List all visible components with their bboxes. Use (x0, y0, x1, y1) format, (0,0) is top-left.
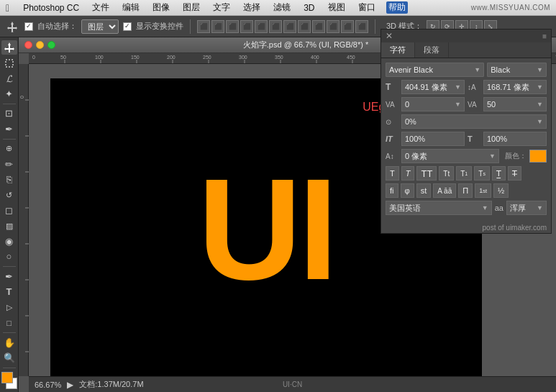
font-size-field[interactable]: 404.91 像素 ▼ (401, 80, 465, 94)
auto-select-checkbox[interactable] (24, 22, 33, 31)
language-select[interactable]: 美国英语 ▼ (386, 201, 492, 215)
distribute-right-icon[interactable]: ⬛ (312, 20, 325, 33)
font-row: Avenir Black ▼ Black ▼ (386, 63, 547, 77)
distribute-center-h-icon[interactable]: ⬛ (298, 20, 311, 33)
style-underline-btn[interactable]: T̲ (492, 166, 506, 181)
eraser-tool[interactable]: ◻ (1, 203, 17, 217)
style-buttons-row: T T TT Tt T1 Ts T̲ T̶ (386, 166, 547, 181)
style-sub-btn[interactable]: Ts (474, 166, 490, 181)
distribute-bottom-icon[interactable]: ⬛ (355, 20, 368, 33)
move-tool[interactable] (1, 40, 17, 55)
path-tool[interactable]: ▷ (1, 300, 17, 314)
minimize-button[interactable] (36, 41, 44, 49)
zoom-tool[interactable]: 🔍 (1, 350, 17, 365)
menubar-window[interactable]: 窗口 (356, 1, 378, 14)
menubar-app[interactable]: Photoshop CC (21, 3, 81, 13)
align-center-v-icon[interactable]: ⬛ (255, 20, 268, 33)
svg-text:450: 450 (347, 55, 355, 60)
traffic-lights (24, 41, 55, 49)
tab-paragraph[interactable]: 段落 (415, 42, 449, 58)
ligature-pi-btn[interactable]: Π (458, 183, 473, 198)
baseline-color-row: A↕ 0 像素 ▼ 颜色： (386, 149, 547, 163)
svg-rect-2 (6, 60, 13, 67)
apple-icon[interactable]:  (6, 2, 9, 14)
ligature-phi-btn[interactable]: φ (401, 183, 414, 198)
fraction-btn[interactable]: ½ (493, 183, 509, 198)
style-smallcaps-btn[interactable]: Tt (439, 166, 454, 181)
lasso-tool[interactable]: 𝓛 (1, 71, 17, 86)
align-right-icon[interactable]: ⬛ (226, 20, 239, 33)
align-top-icon[interactable]: ⬛ (240, 20, 253, 33)
char-panel-close-icon[interactable]: ✕ (386, 31, 393, 41)
gradient-tool[interactable]: ▨ (1, 219, 17, 233)
menubar-3d[interactable]: 3D (301, 3, 316, 13)
antialiasing-select[interactable]: 浑厚 ▼ (506, 201, 547, 215)
dodge-tool[interactable]: ○ (1, 250, 17, 264)
svg-text:400: 400 (311, 55, 319, 60)
aa-label: aa (495, 204, 503, 212)
pen-tool[interactable]: ✒ (1, 269, 17, 283)
language-row: 美国英语 ▼ aa 浑厚 ▼ (386, 201, 547, 215)
ligature-aa-btn[interactable]: A āā (433, 183, 456, 198)
eyedropper-tool[interactable]: ✒ (1, 122, 17, 136)
scale-v-field[interactable]: 100% (483, 132, 547, 146)
style-italic-btn[interactable]: T (401, 166, 415, 181)
healing-tool[interactable]: ⊕ (1, 142, 17, 156)
char-panel-expand-icon[interactable]: ≡ (542, 32, 547, 40)
foreground-color-swatch[interactable] (1, 372, 13, 383)
char-panel-header[interactable]: ✕ ≡ (381, 29, 551, 42)
font-family-select[interactable]: Avenir Black ▼ (386, 63, 484, 77)
menubar-text[interactable]: 文字 (211, 1, 232, 14)
text-tool[interactable]: T (1, 285, 17, 299)
marquee-tool[interactable] (1, 55, 17, 70)
close-button[interactable] (24, 41, 32, 49)
baseline-field[interactable]: 0 像素 ▼ (401, 149, 499, 163)
scale-field[interactable]: 0% ▼ (401, 114, 547, 129)
menubar-view[interactable]: 视图 (326, 1, 347, 14)
show-transform-checkbox[interactable] (123, 22, 132, 31)
ligature-fi-btn[interactable]: fi (386, 183, 398, 198)
stamp-tool[interactable]: ⎘ (1, 173, 17, 187)
ordinal-btn[interactable]: 1st (475, 183, 491, 198)
tab-character[interactable]: 字符 (381, 42, 415, 58)
blur-tool[interactable]: ◉ (1, 234, 17, 248)
history-brush-tool[interactable]: ↺ (1, 188, 17, 202)
style-strikethrough-btn[interactable]: T̶ (508, 166, 521, 181)
distribute-center-v-icon[interactable]: ⬛ (341, 20, 354, 33)
style-regular-btn[interactable]: T (386, 166, 399, 181)
font-style-select[interactable]: Black ▼ (487, 63, 547, 77)
style-allcaps-btn[interactable]: TT (416, 166, 437, 181)
wand-tool[interactable]: ✦ (1, 86, 17, 101)
menubar:  Photoshop CC 文件 编辑 图像 图层 文字 选择 滤镜 3D 视… (0, 0, 556, 16)
menubar-select[interactable]: 选择 (241, 1, 263, 14)
style-super-btn[interactable]: T1 (456, 166, 472, 181)
hand-tool[interactable]: ✋ (1, 335, 17, 350)
tracking-kerning-row: VA 0 ▼ VA 50 ▼ (386, 97, 547, 111)
ligature-st-btn[interactable]: st (416, 183, 432, 198)
status-logo: UI·CN (283, 380, 302, 388)
auto-select-dropdown[interactable]: 图层 (81, 19, 119, 34)
menubar-help[interactable]: 帮助 (386, 1, 408, 14)
kerning-field[interactable]: 50 ▼ (483, 97, 547, 111)
leading-field[interactable]: 168.71 像素 ▼ (483, 80, 547, 94)
menubar-file[interactable]: 文件 (90, 1, 111, 14)
color-swatches[interactable] (1, 372, 17, 389)
distribute-top-icon[interactable]: ⬛ (327, 20, 339, 33)
toolbar-sep-2 (3, 139, 16, 140)
menubar-layer[interactable]: 图层 (181, 1, 202, 14)
maximize-button[interactable] (47, 41, 55, 49)
align-left-icon[interactable]: ⬛ (197, 20, 210, 33)
align-bottom-icon[interactable]: ⬛ (269, 20, 282, 33)
menubar-image[interactable]: 图像 (150, 1, 172, 14)
watermark-url: www.MISSYUAN.COM (471, 4, 550, 12)
align-center-h-icon[interactable]: ⬛ (211, 20, 224, 33)
distribute-left-icon[interactable]: ⬛ (283, 20, 296, 33)
shape-tool[interactable]: □ (1, 316, 17, 330)
crop-tool[interactable]: ⊡ (1, 106, 17, 121)
text-color-swatch[interactable] (529, 150, 547, 163)
scale-h-field[interactable]: 100% (401, 132, 465, 146)
menubar-filter[interactable]: 滤镜 (271, 1, 293, 14)
tracking-field[interactable]: 0 ▼ (401, 97, 465, 111)
menubar-edit[interactable]: 编辑 (120, 1, 142, 14)
brush-tool[interactable]: ✏ (1, 157, 17, 171)
